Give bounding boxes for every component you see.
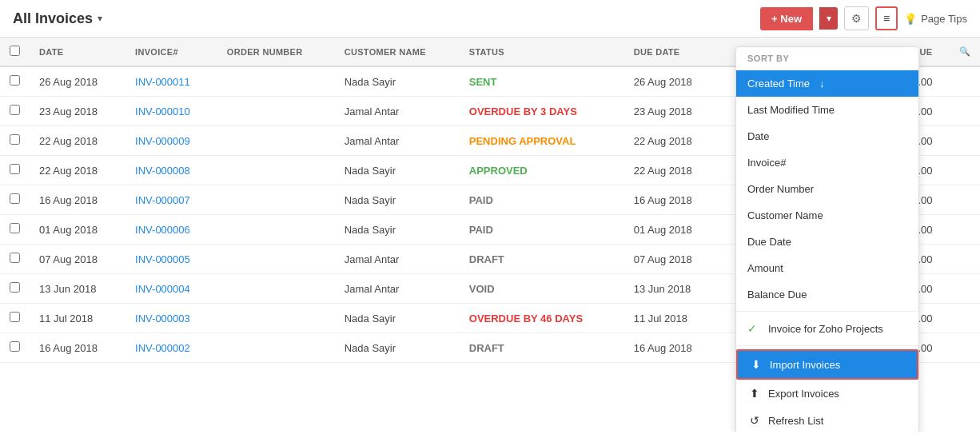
invoice-link[interactable]: INV-000004 bbox=[135, 283, 190, 295]
menu-icon: ≡ bbox=[883, 12, 890, 25]
invoice-link[interactable]: INV-000009 bbox=[135, 135, 190, 147]
row-due-date: 01 Aug 2018 bbox=[624, 215, 720, 245]
title-dropdown-arrow[interactable]: ▾ bbox=[98, 13, 102, 24]
row-checkbox[interactable] bbox=[10, 341, 20, 352]
row-checkbox[interactable] bbox=[10, 223, 20, 233]
row-invoice[interactable]: INV-000005 bbox=[125, 245, 217, 274]
row-status: PAID bbox=[460, 185, 624, 215]
row-status: SENT bbox=[460, 66, 624, 97]
row-status: APPROVED bbox=[460, 156, 624, 185]
sort-amount[interactable]: Amount bbox=[736, 255, 918, 281]
row-customer: Jamal Antar bbox=[335, 126, 460, 156]
page-tips-label: Page Tips bbox=[921, 13, 967, 25]
row-invoice[interactable]: INV-000002 bbox=[125, 333, 217, 363]
row-checkbox-cell bbox=[0, 215, 30, 245]
row-invoice[interactable]: INV-000003 bbox=[125, 304, 217, 333]
row-order bbox=[217, 304, 335, 333]
row-checkbox[interactable] bbox=[10, 253, 20, 263]
row-status: PAID bbox=[460, 215, 624, 245]
menu-divider-1 bbox=[736, 311, 918, 312]
status-badge: PAID bbox=[469, 194, 493, 206]
row-customer: Nada Sayir bbox=[335, 185, 460, 215]
row-order bbox=[217, 156, 335, 185]
invoice-link[interactable]: INV-000007 bbox=[135, 194, 190, 206]
row-customer: Nada Sayir bbox=[335, 333, 460, 363]
row-checkbox[interactable] bbox=[10, 134, 20, 145]
page-tips-button[interactable]: 💡 Page Tips bbox=[904, 13, 967, 25]
sort-balance-due[interactable]: Balance Due bbox=[736, 281, 918, 308]
row-date: 16 Aug 2018 bbox=[30, 185, 125, 215]
import-invoices-button[interactable]: ⬇ Import Invoices bbox=[736, 349, 918, 380]
header-left: All Invoices ▾ bbox=[13, 10, 102, 27]
new-dropdown-button[interactable]: ▾ bbox=[819, 7, 838, 30]
row-order bbox=[217, 274, 335, 304]
import-icon: ⬇ bbox=[749, 358, 763, 371]
row-invoice[interactable]: INV-000006 bbox=[125, 215, 217, 245]
row-date: 22 Aug 2018 bbox=[30, 156, 125, 185]
row-invoice[interactable]: INV-000010 bbox=[125, 97, 217, 126]
sort-customer-name[interactable]: Customer Name bbox=[736, 202, 918, 229]
row-customer: Nada Sayir bbox=[335, 304, 460, 333]
check-icon: ✓ bbox=[747, 322, 762, 335]
sort-item-label: Balance Due bbox=[747, 289, 807, 301]
export-invoices-button[interactable]: ⬆ Export Invoices bbox=[736, 380, 918, 407]
row-status: DRAFT bbox=[460, 333, 624, 363]
row-checkbox[interactable] bbox=[10, 193, 20, 204]
sort-date[interactable]: Date bbox=[736, 123, 918, 149]
row-invoice[interactable]: INV-000011 bbox=[125, 66, 217, 97]
row-customer: Nada Sayir bbox=[335, 215, 460, 245]
col-date: DATE bbox=[30, 38, 125, 66]
row-invoice[interactable]: INV-000004 bbox=[125, 274, 217, 304]
row-checkbox-cell bbox=[0, 274, 30, 304]
row-status: OVERDUE BY 46 DAYS bbox=[460, 304, 624, 333]
sort-item-label: Amount bbox=[747, 262, 783, 274]
row-invoice[interactable]: INV-000008 bbox=[125, 156, 217, 185]
refresh-list-label: Refresh List bbox=[768, 415, 823, 427]
sort-invoice-number[interactable]: Invoice# bbox=[736, 149, 918, 176]
status-badge: PAID bbox=[469, 224, 493, 236]
invoice-link[interactable]: INV-000008 bbox=[135, 165, 190, 177]
refresh-list-button[interactable]: ↺ Refresh List bbox=[736, 407, 918, 432]
status-badge: VOID bbox=[469, 283, 495, 295]
invoice-link[interactable]: INV-000010 bbox=[135, 106, 190, 117]
row-checkbox[interactable] bbox=[10, 282, 20, 293]
row-checkbox[interactable] bbox=[10, 75, 20, 86]
row-due-date: 22 Aug 2018 bbox=[624, 156, 720, 185]
row-checkbox-cell bbox=[0, 304, 30, 333]
invoice-link[interactable]: INV-000005 bbox=[135, 253, 190, 265]
select-all-checkbox[interactable] bbox=[10, 46, 20, 56]
export-invoices-label: Export Invoices bbox=[768, 388, 839, 400]
invoice-link[interactable]: INV-000003 bbox=[135, 313, 190, 325]
row-due-date: 13 Jun 2018 bbox=[624, 274, 720, 304]
invoice-link[interactable]: INV-000006 bbox=[135, 224, 190, 236]
row-date: 16 Aug 2018 bbox=[30, 333, 125, 363]
status-badge: DRAFT bbox=[469, 253, 504, 265]
sort-item-label: Created Time bbox=[747, 78, 810, 90]
sort-last-modified-time[interactable]: Last Modified Time bbox=[736, 97, 918, 123]
row-checkbox[interactable] bbox=[10, 164, 20, 174]
sort-due-date[interactable]: Due Date bbox=[736, 229, 918, 255]
row-checkbox-cell bbox=[0, 97, 30, 126]
settings-button[interactable]: ⚙ bbox=[844, 6, 869, 30]
sort-created-time[interactable]: Created Time ↓ bbox=[736, 70, 918, 97]
row-checkbox-cell bbox=[0, 245, 30, 274]
sort-item-label: Customer Name bbox=[747, 209, 823, 221]
export-icon: ⬆ bbox=[747, 387, 762, 400]
row-invoice[interactable]: INV-000007 bbox=[125, 185, 217, 215]
status-badge: OVERDUE BY 3 DAYS bbox=[469, 106, 577, 117]
invoice-zoho-projects[interactable]: ✓ Invoice for Zoho Projects bbox=[736, 315, 918, 342]
refresh-icon: ↺ bbox=[747, 414, 762, 427]
row-due-date: 23 Aug 2018 bbox=[624, 97, 720, 126]
row-order bbox=[217, 66, 335, 97]
col-search[interactable]: 🔍 bbox=[942, 38, 981, 66]
menu-button[interactable]: ≡ bbox=[875, 6, 898, 30]
invoice-link[interactable]: INV-000002 bbox=[135, 342, 190, 354]
row-checkbox[interactable] bbox=[10, 312, 20, 322]
new-button[interactable]: + New bbox=[760, 7, 813, 30]
invoice-link[interactable]: INV-000011 bbox=[135, 76, 190, 88]
sort-by-label: SORT BY bbox=[736, 47, 918, 70]
sort-order-number[interactable]: Order Number bbox=[736, 176, 918, 202]
row-checkbox[interactable] bbox=[10, 105, 20, 115]
row-invoice[interactable]: INV-000009 bbox=[125, 126, 217, 156]
header-right: + New ▾ ⚙ ≡ 💡 Page Tips SORT BY Created … bbox=[760, 6, 967, 30]
